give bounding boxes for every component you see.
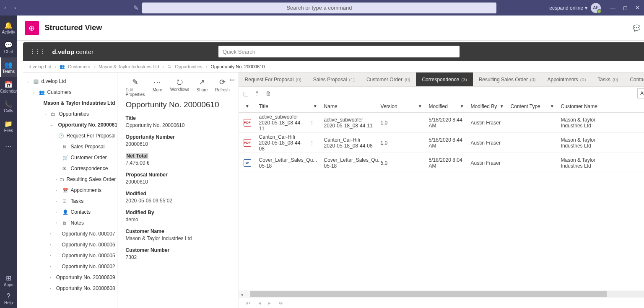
tool-share[interactable]: ↗Share (195, 78, 210, 97)
back-icon[interactable]: ‹ (4, 5, 11, 11)
close-icon[interactable]: ✕ (635, 5, 640, 11)
tree-node[interactable]: ›Opportunity No. 000002 (25, 261, 115, 272)
rail-item-chat[interactable]: 💬Chat (0, 38, 17, 57)
props-toolbar: ✎Edit Properties⋯More⭮Workflows↗Share⟳Re… (126, 78, 230, 97)
pager-first-icon[interactable]: ⏮ (246, 300, 251, 306)
rail-icon: 👥 (4, 61, 13, 69)
rail-icon: 📁 (4, 120, 13, 128)
waffle-icon[interactable]: ⋮⋮⋮ (30, 48, 45, 55)
rail-item-teams[interactable]: 👥Teams (0, 57, 17, 77)
filter-icon[interactable]: ▼ (550, 104, 554, 109)
tree-node[interactable]: ›Opportunity No. 20000609 (25, 272, 115, 283)
compose-icon[interactable]: ✎ (133, 4, 139, 12)
filter-icon[interactable]: ▼ (500, 104, 504, 109)
minimize-icon[interactable]: — (610, 5, 615, 11)
props-heading: Opportunity No. 20000610 (126, 100, 230, 109)
dvelop-brand: d.velop center (52, 48, 93, 55)
filter-icon[interactable]: ▼ (313, 104, 317, 109)
pivot-tab[interactable]: Customer Order (0) (361, 72, 416, 86)
rail-item-more[interactable]: ⋯ (0, 136, 17, 156)
breadcrumb-item[interactable]: Mason & Taylor Industries Ltd (99, 64, 159, 69)
col-modified[interactable]: Modified (429, 104, 448, 109)
tree-node[interactable]: ›🗀Resulting Sales Order (25, 174, 115, 185)
profile-avatar[interactable]: AF (591, 3, 601, 13)
table-row[interactable]: WCover_Letter_Sales_Qu... 05-18⋮Cover_Le… (239, 153, 644, 173)
table-row[interactable]: PDFCanton_Car-Hifi 2020-05-18_08-44-08⋮C… (239, 133, 644, 153)
maximize-icon[interactable]: ◻ (623, 5, 628, 11)
tree-node[interactable]: 🗎Sales Proposal (25, 141, 115, 152)
horizontal-scrollbar[interactable]: ◂ ▸ (239, 290, 644, 298)
rail-item-calendar[interactable]: 📅Calendar (0, 77, 17, 97)
tool-edit-properties[interactable]: ✎Edit Properties (126, 78, 145, 97)
col-modified-by[interactable]: Modified By (471, 104, 497, 109)
forward-icon[interactable]: › (14, 5, 21, 11)
tab-header: ⊕ Structured View 💬 ⤢ ⟳ 🌐 ⋯ (17, 16, 644, 41)
pivot-tab[interactable]: Correspondence (3) (416, 72, 473, 86)
tree-node[interactable]: ›Opportunity No. 000006 (25, 239, 115, 250)
tool-more[interactable]: ⋯More (150, 78, 165, 97)
tree-node[interactable]: ⌄🗀Opportunities (25, 109, 115, 119)
rail-item-apps[interactable]: ⊞Apps (4, 271, 13, 290)
panel-toggle-icon[interactable]: ◫ (243, 90, 249, 97)
property-field: Opportunity Number20000610 (126, 134, 230, 147)
pivot-tab[interactable]: Request For Proposal (0) (239, 72, 307, 86)
view-select[interactable]: All Documents ▾ (637, 88, 644, 98)
col-version[interactable]: Version (381, 104, 397, 109)
col-title[interactable]: Title (259, 104, 268, 109)
tree-node[interactable]: 🕑Request For Proposal (25, 130, 115, 141)
tree-node[interactable]: ›Opportunity No. 20000608 (25, 283, 115, 294)
pivot-tab[interactable]: Tasks (0) (592, 72, 624, 86)
row-more-icon[interactable]: ⋮ (306, 140, 317, 146)
new-doc-icon[interactable]: 🗎 (265, 90, 271, 97)
pivot-tab[interactable]: Appointments (0) (541, 72, 592, 86)
tree-node[interactable]: ›👤Contacts (25, 207, 115, 217)
global-search[interactable]: Search or type a command (142, 3, 496, 13)
left-rail: 🔔Activity💬Chat👥Teams📅Calendar📞Calls📁File… (0, 16, 17, 308)
rail-item-calls[interactable]: 📞Calls (0, 97, 17, 116)
row-more-icon[interactable]: ⋮ (306, 119, 317, 126)
pivot-tab[interactable]: Resulting Sales Order (0) (473, 72, 542, 86)
tree-node[interactable]: ›Opportunity No. 000005 (25, 250, 115, 261)
tree-node[interactable]: ›Opportunity No. 000007 (25, 228, 115, 239)
tool-refresh[interactable]: ⟳Refresh (215, 78, 230, 97)
filter-icon[interactable]: ▼ (418, 104, 422, 109)
chat-icon[interactable]: 💬 (633, 24, 641, 32)
breadcrumb-item[interactable]: d.velop Ltd (29, 64, 52, 69)
pivot-tab[interactable]: Sales Proposal (1) (307, 72, 361, 86)
pager-next-icon[interactable]: ▸ (268, 300, 271, 306)
id-card-icon[interactable]: ▭ (230, 77, 234, 83)
pager-last-icon[interactable]: ⏭ (278, 300, 283, 306)
upload-icon[interactable]: ⇡ (254, 90, 260, 97)
tree-node[interactable]: ⌄👥Customers (25, 87, 115, 98)
breadcrumb-item[interactable]: Customers (68, 64, 90, 69)
property-field: Customer Number7302 (126, 247, 230, 260)
dvelop-search[interactable]: Quick Search (218, 46, 460, 57)
table-row[interactable]: PDFactive_subwoofer 2020-05-18_08-44-11⋮… (239, 113, 644, 133)
breadcrumb: d.velop Ltd›👥Customers›Mason & Taylor In… (23, 61, 644, 72)
filter-icon[interactable]: ▼ (245, 104, 249, 109)
col-content-type[interactable]: Content Type (511, 104, 540, 109)
tree-node[interactable]: ⌄🏢d.velop Ltd (25, 76, 115, 87)
tab-title: Structured View (45, 23, 102, 32)
tab-actions: 💬 ⤢ ⟳ 🌐 ⋯ (633, 24, 644, 32)
rail-item-activity[interactable]: 🔔Activity (0, 18, 17, 38)
tree-node[interactable]: ✉Correspondence (25, 163, 115, 174)
col-name[interactable]: Name (324, 104, 338, 109)
pager-prev-icon[interactable]: ◂ (258, 300, 261, 306)
tree-node[interactable]: Mason & Taylor Industries Ltd (25, 98, 115, 109)
tree-node[interactable]: ›📅Appointments (25, 185, 115, 196)
tool-workflows[interactable]: ⭮Workflows (170, 78, 190, 97)
breadcrumb-item[interactable]: Opportunities (175, 64, 202, 69)
filter-icon[interactable]: ▼ (460, 104, 464, 109)
tree-node[interactable]: ›🗎Notes (25, 217, 115, 228)
pivot-tab[interactable]: Contacts (0) (624, 72, 644, 86)
rail-item-help[interactable]: ?Help (4, 290, 13, 308)
rail-item-files[interactable]: 📁Files (0, 116, 17, 136)
tree-node[interactable]: ⌄Opportunity No. 20000610 (25, 119, 115, 130)
tenant-status[interactable]: ecspand online ▾ (549, 5, 587, 11)
rail-icon: ⋯ (5, 142, 12, 150)
tree-node[interactable]: ›☑Tasks (25, 196, 115, 207)
col-customer[interactable]: Customer Name (561, 104, 597, 109)
rail-icon: 📅 (4, 80, 13, 88)
tree-node[interactable]: 🛒Customer Order (25, 152, 115, 163)
